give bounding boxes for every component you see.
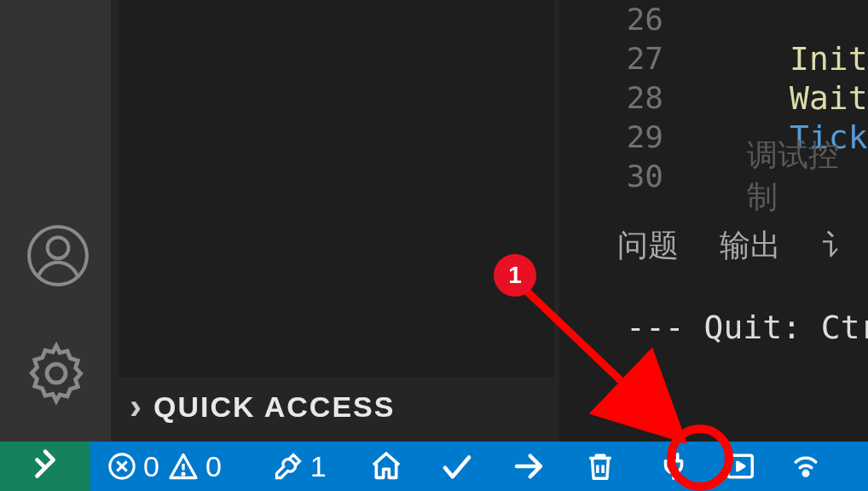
- status-home[interactable]: [369, 449, 403, 483]
- panel-tabs: 问题 输出 讠: [617, 225, 853, 267]
- quick-access-section[interactable]: › QUICK ACCESS: [130, 389, 395, 425]
- line-number: 27: [559, 39, 696, 78]
- tab-more[interactable]: 讠: [822, 225, 853, 267]
- svg-point-6: [803, 471, 807, 476]
- svg-point-4: [182, 473, 184, 475]
- check-icon: [439, 448, 475, 484]
- status-plug[interactable]: [657, 450, 690, 482]
- quick-access-label: QUICK ACCESS: [153, 390, 395, 424]
- editor-area: 26 27 28 29 30 InitS WaitF Ticke 调试控制 问题…: [559, 0, 868, 442]
- app-root: › QUICK ACCESS 26 27 28 29 30 InitS Wait…: [0, 0, 868, 491]
- error-icon: [107, 452, 136, 481]
- code-line: [790, 0, 868, 39]
- status-trash[interactable]: [584, 450, 616, 482]
- broadcast-icon: [789, 449, 823, 483]
- svg-point-2: [47, 364, 66, 383]
- status-tools[interactable]: 1: [273, 450, 327, 483]
- plug-icon: [657, 450, 690, 482]
- remote-button[interactable]: [0, 442, 90, 491]
- preview-icon: [724, 450, 756, 482]
- terminal-output-line: --- Quit: Ctr: [626, 309, 868, 346]
- line-number: 29: [559, 118, 696, 157]
- line-number: 26: [559, 0, 696, 39]
- side-panel: › QUICK ACCESS: [111, 0, 559, 442]
- status-check[interactable]: [439, 448, 475, 484]
- status-errors[interactable]: 0: [107, 450, 159, 483]
- settings-gear-icon[interactable]: [20, 338, 92, 409]
- warning-icon: [168, 451, 199, 482]
- arrow-right-icon: [511, 448, 547, 484]
- code-line: InitS: [790, 39, 868, 78]
- status-warnings[interactable]: 0: [168, 450, 222, 483]
- side-panel-content: [119, 0, 554, 377]
- status-bar: 0 0 1: [0, 442, 868, 491]
- status-preview[interactable]: [724, 450, 756, 482]
- line-gutter: 26 27 28 29 30: [559, 0, 696, 196]
- account-icon[interactable]: [24, 222, 92, 290]
- home-icon: [369, 449, 403, 483]
- svg-point-1: [48, 237, 69, 258]
- code-line: WaitF: [790, 78, 868, 118]
- ghost-text: 调试控制: [747, 135, 868, 218]
- error-count: 0: [143, 450, 159, 483]
- activity-bar: [0, 0, 111, 442]
- tab-problems[interactable]: 问题: [617, 225, 679, 267]
- status-arrow[interactable]: [511, 448, 547, 484]
- line-number: 28: [559, 78, 696, 118]
- tools-count: 1: [310, 450, 327, 483]
- chevron-right-icon: ›: [130, 389, 142, 425]
- trash-icon: [584, 450, 616, 482]
- warning-count: 0: [205, 450, 222, 483]
- tools-icon: [273, 451, 304, 482]
- status-broadcast[interactable]: [789, 449, 823, 483]
- tab-output[interactable]: 输出: [720, 225, 781, 267]
- line-number: 30: [559, 157, 696, 196]
